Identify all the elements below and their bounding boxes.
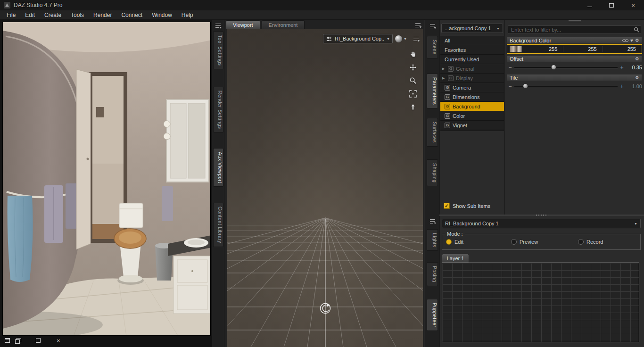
favorite-heart-icon[interactable]: ♥ [630, 38, 633, 43]
tab-surfaces[interactable]: Surfaces [427, 118, 438, 147]
list-item-vignet[interactable]: G Vignet [440, 121, 504, 130]
pane-options-icon[interactable] [428, 217, 437, 225]
tab-shaping[interactable]: Shaping [427, 159, 438, 186]
list-item-display[interactable]: ▶ G Display [440, 74, 504, 83]
tab-viewport[interactable]: Viewport [226, 20, 260, 29]
tile-header[interactable]: Tile ⚙ [507, 74, 642, 81]
gear-icon[interactable]: ⚙ [635, 38, 639, 43]
tile-slider-track[interactable] [513, 82, 619, 91]
restore-pane-icon[interactable] [15, 338, 21, 343]
viewport-camera-selector[interactable]: RI_Background Cop... ▼ [323, 34, 393, 43]
chevron-down-icon: ▼ [387, 37, 390, 41]
parameter-group-selector[interactable]: ...ackground Copy 1 ▼ [441, 24, 503, 33]
background-color-value-row[interactable]: 255 255 255 [507, 44, 642, 54]
tab-aux-viewport[interactable]: Aux Viewport [213, 148, 223, 187]
color-value-g[interactable]: 255 [563, 46, 602, 52]
tab-scene[interactable]: Scene [427, 36, 438, 58]
search-icon[interactable] [634, 27, 639, 33]
show-sub-items-checkbox[interactable]: ✓ [444, 203, 450, 209]
close-button[interactable]: × [622, 0, 644, 10]
viewport-canvas[interactable]: RI_Background Cop... ▼ ▼ [227, 29, 423, 347]
tab-parameters[interactable]: Parameters [427, 74, 438, 108]
puppeteer-target-selector[interactable]: RI_Background Copy 1 ▼ [442, 219, 641, 228]
decrement-button[interactable]: − [507, 83, 513, 89]
offset-slider-handle[interactable] [551, 65, 556, 70]
tab-posing[interactable]: Posing [427, 262, 438, 286]
tab-tool-settings[interactable]: Tool Settings [213, 31, 223, 69]
viewport-tab-bar: Viewport Environment [224, 20, 424, 29]
menu-create[interactable]: Create [40, 11, 66, 19]
parameter-category-list: All Favorites Currently Used ▶ G General… [440, 36, 504, 131]
tab-puppeteer[interactable]: Puppeteer [427, 299, 438, 331]
expand-arrow-icon[interactable]: ▶ [442, 67, 446, 71]
tile-slider-handle[interactable] [523, 83, 528, 89]
pane-options-icon[interactable] [214, 22, 222, 29]
gear-icon[interactable]: ⚙ [635, 57, 639, 61]
mode-radio-edit[interactable]: Edit [446, 239, 463, 245]
background-color-thumbnail[interactable] [510, 46, 522, 52]
list-item-all[interactable]: All [440, 36, 504, 45]
list-item-favorites[interactable]: Favorites [440, 45, 504, 55]
dock-pane-icon[interactable] [5, 338, 10, 343]
pan-hand-tool-icon[interactable] [408, 49, 418, 59]
list-item-camera[interactable]: G Camera [440, 83, 504, 92]
pane-options-icon[interactable] [428, 22, 437, 30]
list-item-dimensions[interactable]: G Dimensions [440, 92, 504, 102]
radio-icon[interactable] [511, 239, 517, 245]
maximize-pane-icon[interactable] [36, 338, 41, 343]
tab-environment[interactable]: Environment [262, 20, 305, 29]
tab-layer-1[interactable]: Layer 1 [442, 254, 469, 263]
radio-icon[interactable] [578, 239, 584, 245]
splitter-grip[interactable] [569, 20, 581, 22]
offset-value[interactable]: 0.35 [625, 65, 642, 70]
list-item-color[interactable]: G Color [440, 111, 504, 121]
puppeteer-pane: RI_Background Copy 1 ▼ Mode : Edit Previ… [439, 216, 644, 347]
drawstyle-sphere-icon[interactable]: ▼ [395, 35, 407, 43]
mode-radio-record[interactable]: Record [578, 239, 603, 245]
mode-radio-preview[interactable]: Preview [511, 239, 538, 245]
tile-value[interactable]: 1.00 [625, 83, 642, 89]
tab-content-library[interactable]: Content Library [213, 203, 223, 247]
menu-file[interactable]: File [2, 11, 20, 19]
tab-lights[interactable]: Lights [427, 229, 438, 251]
expand-arrow-icon[interactable]: ▶ [442, 76, 446, 80]
increment-button[interactable]: + [619, 83, 625, 89]
list-item-general[interactable]: ▶ G General [440, 64, 504, 74]
menu-window[interactable]: Window [147, 11, 177, 19]
radio-icon[interactable] [446, 239, 452, 245]
tab-render-settings[interactable]: Render Settings [213, 87, 223, 132]
color-value-b[interactable]: 255 [603, 46, 642, 52]
menu-edit[interactable]: Edit [20, 11, 40, 19]
link-icon[interactable] [622, 38, 628, 43]
list-item-background[interactable]: G Background [440, 102, 504, 111]
decrement-button[interactable]: − [507, 65, 513, 70]
move-tool-icon[interactable] [408, 62, 418, 73]
group-icon: G [448, 66, 454, 72]
zoom-tool-icon[interactable] [408, 75, 418, 86]
aux-viewport-image[interactable] [2, 22, 211, 336]
menu-tools[interactable]: Tools [66, 11, 89, 19]
close-pane-icon[interactable]: × [57, 338, 60, 344]
menu-render[interactable]: Render [89, 11, 116, 19]
daz-studio-window: DAZ Studio 4.7 Pro × File Edit Create To… [0, 0, 644, 347]
frame-tool-icon[interactable] [408, 89, 418, 99]
increment-button[interactable]: + [619, 65, 625, 70]
chevron-down-icon: ▼ [404, 37, 407, 41]
offset-slider-track[interactable] [513, 63, 619, 72]
list-item-currently-used[interactable]: Currently Used [440, 55, 504, 64]
gear-icon[interactable]: ⚙ [635, 75, 639, 80]
filter-input[interactable] [508, 25, 641, 34]
maximize-button[interactable] [601, 0, 622, 10]
offset-header[interactable]: Offset ⚙ [507, 55, 642, 62]
menu-connect[interactable]: Connect [116, 11, 147, 19]
puppeteer-grid-canvas[interactable] [442, 263, 639, 342]
color-value-r[interactable]: 255 [524, 46, 563, 52]
background-color-header[interactable]: Background Color ♥ ⚙ [507, 37, 642, 44]
pane-options-icon[interactable] [413, 21, 422, 29]
pane-options-icon[interactable] [412, 35, 420, 42]
minimize-button[interactable] [579, 0, 601, 10]
chevron-down-icon: ▼ [634, 222, 637, 225]
camera-selector-label: RI_Background Cop... [335, 36, 384, 41]
reset-camera-icon[interactable] [408, 102, 418, 112]
menu-help[interactable]: Help [177, 11, 198, 19]
